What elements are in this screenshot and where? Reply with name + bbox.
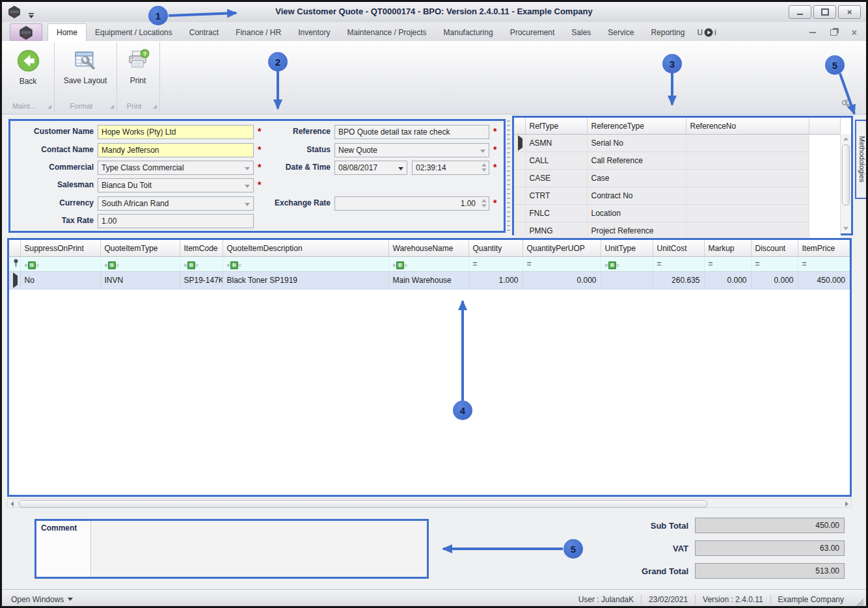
pin-panel-icon[interactable]	[844, 98, 854, 111]
referenceno-cell[interactable]	[686, 135, 809, 152]
reftype-cell[interactable]: PMNG	[525, 222, 587, 240]
mdi-minimize-icon[interactable]	[809, 32, 816, 33]
salesman-dropdown[interactable]: Bianca Du Toit	[98, 178, 254, 192]
reference-grid-row[interactable]: ASMN Serial No	[514, 135, 841, 152]
referencetype-cell[interactable]: Case	[587, 170, 686, 187]
quoteitemtype-cell[interactable]: INVN	[100, 272, 180, 289]
filter-cell[interactable]: aBc	[100, 257, 180, 272]
date-field[interactable]: 08/08/2017	[334, 161, 407, 175]
reftype-cell[interactable]: CASE	[525, 170, 587, 187]
filter-cell[interactable]: aBc	[223, 257, 388, 272]
reference-grid-row[interactable]: CTRT Contract No	[514, 187, 841, 205]
referencetype-cell[interactable]: Project Reference	[587, 222, 686, 240]
itemprice-cell[interactable]: 450.000	[798, 272, 850, 289]
quoteitemdescription-cell[interactable]: Black Toner SP1919	[223, 272, 388, 289]
filter-cell[interactable]: =	[751, 257, 798, 272]
close-button[interactable]: ×	[838, 5, 861, 19]
form-splitter-handle[interactable]	[507, 120, 510, 231]
reftype-cell[interactable]: ASMN	[525, 135, 587, 152]
referenceno-cell[interactable]	[686, 222, 809, 240]
filter-cell[interactable]: =	[704, 257, 751, 272]
column-header[interactable]: UnitType	[601, 240, 653, 257]
tab-maintenance-projects[interactable]: Maintenance / Projects	[339, 24, 435, 41]
suppressonprint-cell[interactable]: No	[20, 272, 100, 289]
tab-inventory[interactable]: Inventory	[290, 24, 338, 41]
filter-cell[interactable]: aBc	[388, 257, 468, 272]
resize-grip-icon[interactable]	[856, 599, 864, 607]
mdi-restore-icon[interactable]	[830, 29, 837, 36]
exchange-rate-field[interactable]: 1.00	[334, 196, 489, 211]
reftype-cell[interactable]: CTRT	[525, 187, 587, 205]
tab-finance-hr[interactable]: Finance / HR	[227, 24, 290, 41]
referencetype-cell[interactable]: Serial No	[587, 135, 686, 152]
markup-cell[interactable]: 0.000	[704, 272, 751, 289]
column-header[interactable]: Markup	[704, 240, 751, 257]
filter-cell[interactable]: aBc	[20, 257, 100, 272]
items-grid-row[interactable]: No INVN SP19-147K Black Toner SP1919 Mai…	[9, 272, 850, 289]
reference-grid-row[interactable]: CALL Call Reference	[514, 152, 841, 170]
unitcost-cell[interactable]: 260.635	[653, 272, 704, 289]
tab-procurement[interactable]: Procurement	[502, 24, 563, 41]
scroll-left-icon[interactable]	[10, 501, 14, 507]
tab-reporting[interactable]: Reporting	[642, 24, 693, 41]
column-header-referenceno[interactable]: ReferenceNo	[686, 118, 809, 135]
group-dialog-launcher-icon[interactable]	[110, 105, 114, 109]
group-dialog-launcher-icon[interactable]	[153, 105, 157, 109]
column-header[interactable]: WarehouseName	[388, 240, 468, 257]
reference-grid-row[interactable]: FNLC Location	[514, 205, 841, 222]
column-header[interactable]: QuoteItemType	[100, 240, 180, 257]
tab-contract[interactable]: Contract	[181, 24, 227, 41]
unittype-cell[interactable]	[601, 272, 653, 289]
tax-rate-field[interactable]: 1.00	[98, 214, 254, 228]
time-field[interactable]: 02:39:14	[412, 161, 489, 175]
quantity-cell[interactable]: 1.000	[468, 272, 522, 289]
column-header[interactable]: Quantity	[468, 240, 522, 257]
filter-cell[interactable]: =	[468, 257, 522, 272]
print-button[interactable]: ? Print	[116, 49, 159, 85]
tab-partial[interactable]: U i	[693, 24, 720, 41]
reference-grid-vertical-scrollbar[interactable]	[840, 134, 851, 233]
quantityperuop-cell[interactable]: 0.000	[522, 272, 601, 289]
back-button[interactable]: Back	[2, 49, 54, 86]
column-header-reftype[interactable]: RefType	[525, 118, 587, 135]
column-header[interactable]: SuppressOnPrint	[20, 240, 100, 257]
reference-field[interactable]: BPO Quote detail tax rate check	[334, 125, 489, 139]
referencetype-cell[interactable]: Contract No	[587, 187, 686, 205]
open-windows-button[interactable]: Open Windows	[11, 595, 73, 604]
scrollbar-thumb[interactable]	[19, 500, 707, 508]
comment-textarea[interactable]	[91, 521, 427, 577]
referenceno-cell[interactable]	[686, 205, 809, 222]
scroll-up-icon[interactable]	[843, 137, 848, 140]
referenceno-cell[interactable]	[686, 152, 809, 170]
mdi-close-icon[interactable]: ×	[852, 28, 857, 37]
tab-service[interactable]: Service	[599, 24, 642, 41]
column-header[interactable]: QuoteItemDescription	[223, 240, 388, 257]
items-grid-horizontal-scrollbar[interactable]	[7, 498, 852, 508]
tab-home[interactable]: Home	[47, 23, 87, 41]
warehousename-cell[interactable]: Main Warehouse	[388, 272, 468, 289]
methodologies-side-tab[interactable]: Methodologies	[855, 120, 868, 199]
save-layout-button[interactable]: Save Layout	[54, 49, 116, 85]
reftype-cell[interactable]: CALL	[525, 152, 587, 170]
filter-cell[interactable]: =	[653, 257, 704, 272]
scroll-down-icon[interactable]	[843, 227, 848, 230]
referenceno-cell[interactable]	[686, 170, 809, 187]
filter-cell[interactable]: =	[798, 257, 850, 272]
column-header[interactable]: QuantityPerUOP	[522, 240, 601, 257]
column-header[interactable]: UnitCost	[653, 240, 704, 257]
group-dialog-launcher-icon[interactable]	[47, 105, 51, 109]
filter-cell[interactable]: aBc	[601, 257, 653, 272]
tab-equipment-locations[interactable]: Equipment / Locations	[87, 24, 181, 41]
maximize-button[interactable]	[813, 5, 836, 19]
exchange-rate-spinner[interactable]	[481, 199, 487, 207]
reftype-cell[interactable]: FNLC	[525, 205, 587, 222]
itemcode-cell[interactable]: SP19-147K	[180, 272, 223, 289]
column-header[interactable]: ItemPrice	[798, 240, 850, 257]
reference-grid-row[interactable]: PMNG Project Reference	[514, 222, 841, 240]
tab-manufacturing[interactable]: Manufacturing	[435, 24, 502, 41]
time-spinner[interactable]	[481, 163, 487, 172]
filter-cell[interactable]: =	[522, 257, 601, 272]
column-header-referencetype[interactable]: ReferenceType	[587, 118, 686, 135]
column-header[interactable]: ItemCode	[180, 240, 223, 257]
reference-grid-row[interactable]: CASE Case	[514, 170, 841, 187]
